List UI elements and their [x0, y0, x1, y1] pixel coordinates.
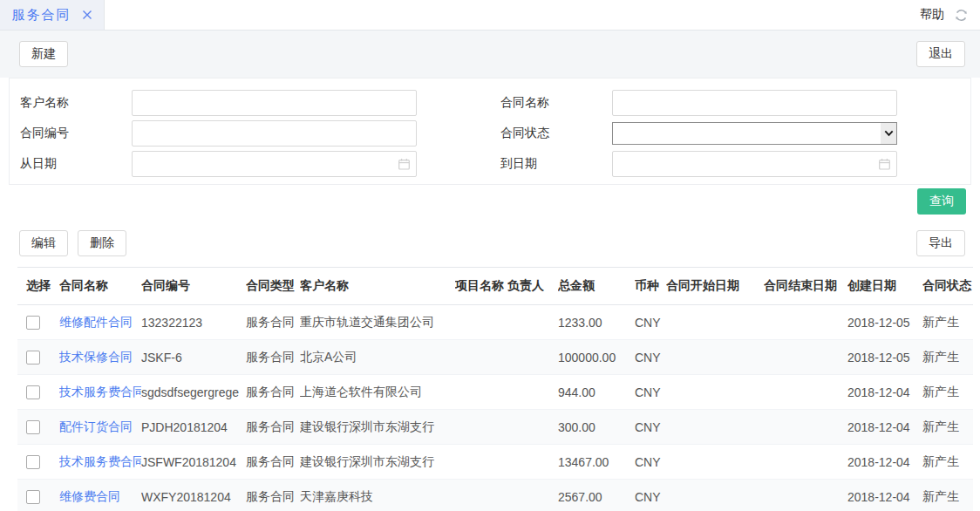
field-to-date: 到日期: [490, 148, 970, 179]
cell-project: [455, 305, 507, 340]
cell-end-date: [764, 340, 847, 375]
cell-owner: [507, 375, 558, 410]
cell-end-date: [764, 410, 847, 445]
cell-project: [455, 375, 507, 410]
contract-name-link[interactable]: 维修费合同: [59, 489, 120, 503]
cell-currency: CNY: [635, 410, 666, 445]
cell-currency: CNY: [635, 375, 666, 410]
cell-contract-name: 维修费合同: [59, 480, 141, 511]
calendar-icon[interactable]: [398, 158, 411, 171]
cell-owner: [507, 340, 558, 375]
contract-name-input[interactable]: [612, 90, 897, 116]
help-link[interactable]: 帮助: [920, 7, 944, 23]
to-date-input[interactable]: [612, 151, 897, 177]
close-icon[interactable]: [82, 10, 92, 20]
tab-bar: 服务合同 帮助: [0, 0, 980, 31]
field-contract-number: 合同编号: [10, 118, 490, 148]
cell-created: 2018-12-04: [847, 410, 922, 445]
cell-select: [17, 480, 59, 511]
column-header-project-name: 项目名称: [455, 268, 507, 305]
new-button[interactable]: 新建: [19, 41, 68, 67]
row-checkbox[interactable]: [26, 316, 40, 330]
table-row: 技术服务费合同JSFWF20181204服务合同建设银行深圳市东湖支行13467…: [17, 445, 973, 480]
export-button[interactable]: 导出: [916, 230, 965, 256]
table-row: 配件订货合同PJDH20181204服务合同建设银行深圳市东湖支行300.00C…: [17, 410, 973, 445]
table-row: 技术服务费合同sgdsdfsegergrege服务合同上海道仑软件有限公司944…: [17, 375, 973, 410]
to-date-label: 到日期: [500, 156, 612, 172]
tab-service-contract[interactable]: 服务合同: [0, 0, 105, 30]
table-body: 维修配件合同132322123服务合同重庆市轨道交通集团公司1233.00CNY…: [17, 305, 973, 511]
column-header-currency: 币种: [635, 268, 666, 305]
query-button[interactable]: 查询: [917, 188, 966, 215]
cell-number: PJDH20181204: [141, 410, 246, 445]
cell-start-date: [666, 340, 764, 375]
cell-number: JSKF-6: [141, 340, 246, 375]
cell-type: 服务合同: [246, 305, 300, 340]
contract-status-select[interactable]: [612, 122, 897, 145]
from-date-input[interactable]: [132, 151, 417, 177]
calendar-icon[interactable]: [878, 158, 891, 171]
column-header-customer-name: 客户名称: [300, 268, 455, 305]
contract-name-link[interactable]: 技术服务费合同: [59, 385, 141, 399]
column-header-status: 合同状态: [922, 268, 973, 305]
cell-currency: CNY: [635, 305, 666, 340]
refresh-icon[interactable]: [954, 8, 969, 23]
customer-name-input[interactable]: [132, 90, 417, 116]
customer-name-label: 客户名称: [20, 95, 132, 111]
cell-status: 新产生: [922, 480, 973, 511]
column-header-contract-number: 合同编号: [141, 268, 246, 305]
cell-number: WXFY20181204: [141, 480, 246, 511]
cell-amount: 944.00: [558, 375, 635, 410]
cell-amount: 100000.00: [558, 340, 635, 375]
cell-number: sgdsdfsegergrege: [141, 375, 246, 410]
row-checkbox[interactable]: [26, 385, 40, 399]
cell-owner: [507, 305, 558, 340]
cell-currency: CNY: [635, 340, 666, 375]
cell-status: 新产生: [922, 305, 973, 340]
exit-button[interactable]: 退出: [916, 41, 965, 67]
cell-number: 132322123: [141, 305, 246, 340]
tab-label: 服务合同: [12, 7, 71, 24]
cell-project: [455, 340, 507, 375]
cell-number: JSFWF20181204: [141, 445, 246, 480]
cell-customer: 上海道仑软件有限公司: [300, 375, 455, 410]
cell-start-date: [666, 375, 764, 410]
contract-name-link[interactable]: 技术保修合同: [59, 350, 133, 364]
row-checkbox[interactable]: [26, 351, 40, 365]
cell-type: 服务合同: [246, 340, 300, 375]
row-checkbox[interactable]: [26, 455, 40, 469]
cell-created: 2018-12-05: [847, 305, 922, 340]
field-customer-name: 客户名称: [10, 87, 490, 118]
contract-number-input[interactable]: [132, 120, 417, 146]
cell-project: [455, 445, 507, 480]
cell-type: 服务合同: [246, 445, 300, 480]
cell-amount: 300.00: [558, 410, 635, 445]
column-header-contract-name: 合同名称: [59, 268, 141, 305]
cell-created: 2018-12-04: [847, 480, 922, 511]
cell-select: [17, 305, 59, 340]
contract-name-link[interactable]: 配件订货合同: [59, 419, 133, 433]
from-date-label: 从日期: [20, 156, 132, 172]
cell-start-date: [666, 410, 764, 445]
table-row: 技术保修合同JSKF-6服务合同北京A公司100000.00CNY2018-12…: [17, 340, 973, 375]
delete-button[interactable]: 删除: [78, 230, 126, 256]
contract-name-link[interactable]: 维修配件合同: [59, 315, 133, 329]
cell-type: 服务合同: [246, 410, 300, 445]
row-checkbox[interactable]: [26, 490, 40, 504]
cell-end-date: [764, 445, 847, 480]
cell-customer: 建设银行深圳市东湖支行: [300, 445, 455, 480]
cell-owner: [507, 480, 558, 511]
cell-owner: [507, 410, 558, 445]
cell-contract-name: 技术保修合同: [59, 340, 141, 375]
column-header-total-amount: 总金额: [558, 268, 635, 305]
cell-contract-name: 技术服务费合同: [59, 445, 141, 480]
column-header-owner: 负责人: [507, 268, 558, 305]
cell-created: 2018-12-05: [847, 340, 922, 375]
row-checkbox[interactable]: [26, 420, 40, 434]
toolbar: 新建 退出: [0, 31, 980, 78]
cell-owner: [507, 445, 558, 480]
contract-name-link[interactable]: 技术服务费合同: [59, 454, 141, 468]
edit-button[interactable]: 编辑: [19, 230, 68, 256]
cell-start-date: [666, 445, 764, 480]
cell-contract-name: 配件订货合同: [59, 410, 141, 445]
